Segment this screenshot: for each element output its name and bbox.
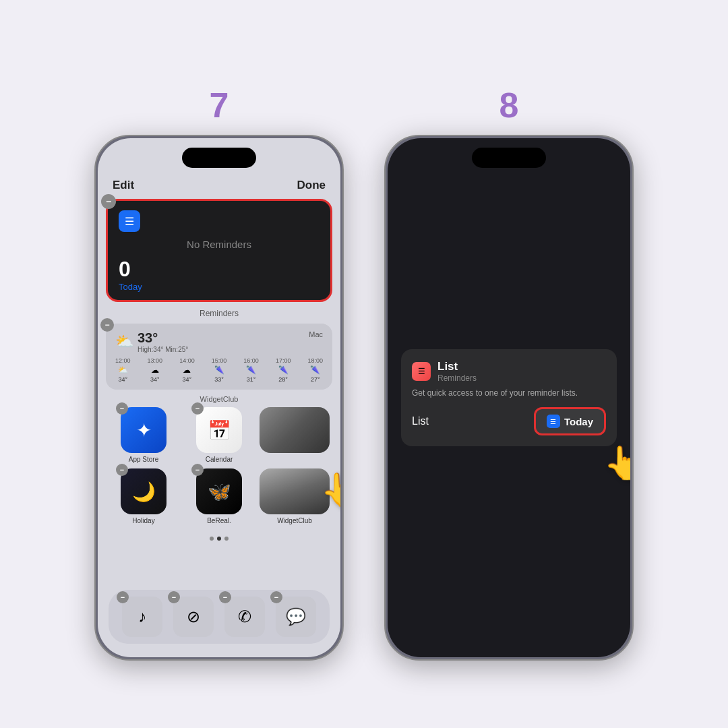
page-dots bbox=[98, 537, 340, 541]
phone-minus[interactable]: − bbox=[219, 591, 231, 603]
reminders-widget[interactable]: − ☰ No Reminders 0 Today bbox=[106, 199, 332, 302]
phone2: ☰ List Reminders Get quick access to one… bbox=[384, 135, 634, 661]
holiday-icon: − 🌙 bbox=[121, 468, 166, 514]
dialog-header: ☰ List Reminders bbox=[412, 360, 606, 383]
phone2-screen: ☰ List Reminders Get quick access to one… bbox=[388, 138, 630, 657]
dialog-row: List ☰ Today bbox=[412, 407, 606, 435]
dot-3 bbox=[224, 537, 229, 541]
step7-number: 7 bbox=[210, 88, 229, 123]
dialog-subtitle: Reminders bbox=[437, 373, 477, 383]
app-item-holiday[interactable]: − 🌙 Holiday bbox=[109, 468, 179, 524]
dot-2 bbox=[217, 537, 221, 541]
bereal-icon: − 🦋 bbox=[196, 468, 242, 514]
widget-minus-icon[interactable]: − bbox=[101, 194, 116, 209]
weather-minmax: High:34° Min:25° bbox=[138, 346, 188, 353]
dock-safari[interactable]: − ⊘ bbox=[173, 597, 214, 637]
app-item-calendar[interactable]: − 📅 Calendar bbox=[184, 407, 254, 463]
today-button[interactable]: ☰ Today bbox=[534, 407, 606, 435]
hand-cursor-2: 👆 bbox=[603, 444, 630, 482]
dock: − ♪ − ⊘ − ✆ − 💬 bbox=[109, 590, 330, 644]
app-item-image bbox=[260, 407, 330, 463]
weather-minus-icon[interactable]: − bbox=[100, 318, 114, 332]
reminders-app-icon: ☰ bbox=[119, 210, 140, 232]
appstore-minus[interactable]: − bbox=[116, 402, 128, 415]
weather-top: ⛅ 33° High:34° Min:25° Mac bbox=[115, 330, 323, 353]
safari-icon: ⊘ bbox=[173, 597, 214, 637]
appstore-label: App Store bbox=[129, 456, 158, 463]
no-reminders-text: No Reminders bbox=[119, 239, 320, 250]
hand-cursor-1: 👆 bbox=[320, 471, 340, 509]
holiday-label: Holiday bbox=[132, 517, 154, 524]
holiday-minus[interactable]: − bbox=[116, 464, 128, 476]
dot-1 bbox=[210, 537, 214, 541]
weather-row: 12:00 ⛅ 34° 13:00 ☁ 34° 14:00 bbox=[115, 357, 323, 383]
phone1: Edit Done − ☰ No Reminders 0 Today Remin… bbox=[94, 135, 344, 661]
calendar-minus[interactable]: − bbox=[191, 402, 204, 415]
dynamic-island-2 bbox=[472, 148, 546, 168]
top-bar: Edit Done bbox=[98, 179, 340, 192]
weather-mac: Mac bbox=[309, 330, 323, 338]
step8-wrapper: 8 ☰ List Reminders bbox=[384, 88, 634, 661]
main-container: 7 Edit Done − ☰ bbox=[94, 67, 634, 661]
reminders-widget-label: Reminders bbox=[98, 309, 340, 318]
safari-minus[interactable]: − bbox=[168, 591, 180, 603]
weather-widget: − ⛅ 33° High:34° Min:25° Mac bbox=[106, 324, 332, 390]
music-minus[interactable]: − bbox=[117, 591, 129, 603]
today-btn-text: Today bbox=[564, 416, 593, 427]
bereal-label: BeReal. bbox=[207, 517, 231, 524]
widget-count: 0 bbox=[119, 257, 320, 282]
step7-wrapper: 7 Edit Done − ☰ bbox=[94, 88, 344, 661]
music-icon: ♪ bbox=[122, 597, 162, 637]
widgetclub-tile bbox=[260, 468, 330, 514]
messages-icon: 💬 bbox=[276, 597, 316, 637]
weather-col-0: 12:00 ⛅ 34° bbox=[115, 357, 131, 383]
weather-col-5: 17:00 🌂 28° bbox=[276, 357, 291, 383]
image-tile bbox=[260, 407, 330, 453]
weather-col-1: 13:00 ☁ 34° bbox=[148, 357, 163, 383]
dock-music[interactable]: − ♪ bbox=[122, 597, 162, 637]
weather-col-6: 18:00 🌂 27° bbox=[307, 357, 323, 383]
done-button[interactable]: Done bbox=[297, 179, 326, 192]
today-btn-icon: ☰ bbox=[547, 415, 560, 428]
calendar-label: Calendar bbox=[206, 456, 233, 463]
weather-col-3: 15:00 🌂 33° bbox=[212, 357, 227, 383]
weather-temp: 33° bbox=[138, 330, 188, 346]
weather-cloud-icon: ⛅ bbox=[115, 333, 133, 351]
dock-messages[interactable]: − 💬 bbox=[276, 597, 316, 637]
calendar-icon: − 📅 bbox=[196, 407, 242, 453]
widgetclub-label: WidgetClub bbox=[98, 395, 340, 403]
app-grid: − ✦ App Store − 📅 Calendar bbox=[98, 407, 340, 524]
dialog-card: ☰ List Reminders Get quick access to one… bbox=[401, 349, 617, 446]
widget-today: Today bbox=[119, 282, 320, 292]
bereal-minus[interactable]: − bbox=[191, 464, 204, 476]
dock-phone[interactable]: − ✆ bbox=[224, 597, 265, 637]
list-label: List bbox=[412, 415, 429, 427]
app-item-bereal[interactable]: − 🦋 BeReal. bbox=[184, 468, 254, 524]
phone-icon: ✆ bbox=[224, 597, 265, 637]
weather-col-4: 16:00 🌂 31° bbox=[243, 357, 259, 383]
dialog-title-group: List Reminders bbox=[437, 360, 477, 383]
appstore-icon: − ✦ bbox=[121, 407, 166, 453]
dialog-title: List bbox=[437, 360, 477, 373]
weather-col-2: 14:00 ☁ 34° bbox=[179, 357, 195, 383]
edit-button[interactable]: Edit bbox=[113, 179, 134, 192]
dialog-description: Get quick access to one of your reminder… bbox=[412, 388, 606, 398]
weather-left: ⛅ 33° High:34° Min:25° bbox=[115, 330, 188, 353]
app-item-appstore[interactable]: − ✦ App Store bbox=[109, 407, 179, 463]
reminders-icon-small: ☰ bbox=[412, 362, 431, 381]
widgetclub-label2: WidgetClub bbox=[277, 517, 312, 524]
app-item-widgetclub: WidgetClub bbox=[260, 468, 330, 524]
widget-header: ☰ bbox=[119, 210, 320, 232]
step8-number: 8 bbox=[499, 88, 519, 123]
phone1-screen: Edit Done − ☰ No Reminders 0 Today Remin… bbox=[98, 138, 340, 657]
dynamic-island-1 bbox=[182, 148, 256, 168]
messages-minus[interactable]: − bbox=[270, 591, 282, 603]
